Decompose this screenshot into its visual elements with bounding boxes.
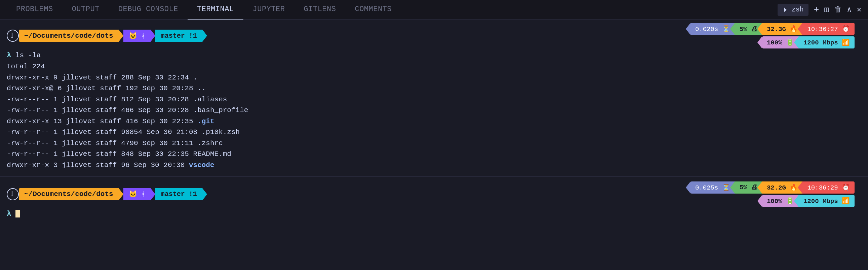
terminal-output-2: λ (0, 208, 868, 223)
prompt-row-2:  ~/Documents/code/dots 🐱 ᚼ master !1 0.… (0, 179, 868, 208)
prompt-input-line-2[interactable]: λ (7, 208, 861, 220)
apple-icon-1:  (7, 30, 19, 42)
git-cat-icon-2: 🐱 ᚼ (129, 190, 145, 198)
status-row-1-bottom: 100% 🔋 1200 Mbps 📶 (690, 36, 855, 49)
shell-label: zsh (792, 6, 804, 14)
status-row-2-top: 0.025s ⏳ 5% 🖨 32.2G 🔥 10:36:29 ⏰ (690, 182, 855, 194)
list-item: -rw-r--r-- 1 jllovet staff 848 Sep 30 22… (7, 149, 861, 160)
list-item: -rw-r--r-- 1 jllovet staff 812 Sep 30 20… (7, 94, 861, 105)
status-network-2: 1200 Mbps 📶 (799, 195, 855, 207)
path-label-2: ~/Documents/code/dots (24, 190, 113, 198)
tab-output[interactable]: OUTPUT (63, 0, 109, 20)
terminal-pane-1:  ~/Documents/code/dots 🐱 ᚼ master !1 0.… (0, 20, 868, 174)
list-item: drwxr-xr-x 13 jllovet staff 416 Sep 30 2… (7, 116, 861, 127)
shell-selector[interactable]: ⏵ zsh (778, 4, 808, 16)
delete-terminal-button[interactable]: 🗑 (834, 5, 842, 14)
list-item: -rw-r--r-- 1 jllovet staff 90854 Sep 30 … (7, 127, 861, 138)
status-rows-1: 0.020s ⏳ 5% 🖨 32.3G 🔥 10:36:27 ⏰ 100% 🔋 (690, 23, 855, 49)
branch-label-2: master !1 (161, 190, 197, 198)
prompt-git-1: 🐱 ᚼ (123, 30, 151, 42)
status-battery-2: 100% 🔋 (762, 195, 799, 207)
terminal-icon: ⏵ (782, 6, 789, 14)
git-cat-icon-1: 🐱 ᚼ (129, 32, 145, 40)
status-clock-2: 10:36:29 ⏰ (802, 182, 855, 194)
tab-terminal[interactable]: TERMINAL (188, 0, 243, 20)
terminal-area:  ~/Documents/code/dots 🐱 ᚼ master !1 0.… (0, 20, 868, 223)
prompt-git-2: 🐱 ᚼ (123, 188, 151, 200)
branch-label-1: master !1 (161, 32, 197, 40)
status-row-1-top: 0.020s ⏳ 5% 🖨 32.3G 🔥 10:36:27 ⏰ (690, 23, 855, 35)
chevron-up-icon[interactable]: ∧ (847, 5, 851, 14)
path-tilde-1: ~/Documents/code/dots (24, 32, 113, 40)
terminal-pane-2:  ~/Documents/code/dots 🐱 ᚼ master !1 0.… (0, 179, 868, 223)
tab-jupyter[interactable]: JUPYTER (243, 0, 294, 20)
status-mem-1: 32.3G 🔥 (762, 23, 802, 35)
status-clock-1: 10:36:27 ⏰ (802, 23, 855, 35)
prompt-left-1:  ~/Documents/code/dots 🐱 ᚼ master !1 (7, 30, 203, 42)
toolbar-right: ⏵ zsh + ◫ 🗑 ∧ ✕ (778, 4, 861, 16)
list-item: drwxr-xr-x@ 6 jllovet staff 192 Sep 30 2… (7, 83, 861, 94)
status-network-1: 1200 Mbps 📶 (799, 36, 855, 49)
split-terminal-button[interactable]: ◫ (824, 5, 829, 14)
tab-gitlens[interactable]: GITLENS (294, 0, 346, 20)
tab-bar: PROBLEMS OUTPUT DEBUG CONSOLE TERMINAL J… (0, 0, 868, 20)
status-battery-1: 100% 🔋 (762, 36, 799, 49)
prompt-branch-1: master !1 (155, 30, 203, 42)
prompt-left-2:  ~/Documents/code/dots 🐱 ᚼ master !1 (7, 188, 203, 200)
list-item: -rw-r--r-- 1 jllovet staff 466 Sep 30 20… (7, 105, 861, 116)
status-mem-2: 32.2G 🔥 (762, 182, 802, 194)
prompt-path-2: ~/Documents/code/dots (19, 188, 119, 200)
tab-debug-console[interactable]: DEBUG CONSOLE (109, 0, 188, 20)
status-rows-2: 0.025s ⏳ 5% 🖨 32.2G 🔥 10:36:29 ⏰ 100% 🔋 (690, 182, 855, 207)
list-item: drwxr-xr-x 3 jllovet staff 96 Sep 30 20:… (7, 160, 861, 171)
tab-list: PROBLEMS OUTPUT DEBUG CONSOLE TERMINAL J… (7, 0, 401, 20)
list-item: drwxr-xr-x 9 jllovet staff 288 Sep 30 22… (7, 72, 861, 83)
status-row-2-bottom: 100% 🔋 1200 Mbps 📶 (690, 195, 855, 207)
command-line-1: λ ls -la (7, 50, 861, 61)
status-time-ms-1: 0.020s ⏳ (690, 23, 735, 35)
terminal-output-1: λ ls -la total 224 drwxr-xr-x 9 jllovet … (0, 50, 868, 174)
pane-divider (0, 177, 868, 177)
cursor (16, 210, 20, 217)
prompt-path-1: ~/Documents/code/dots (19, 30, 119, 42)
prompt-branch-2: master !1 (155, 188, 203, 200)
tab-comments[interactable]: COMMENTS (345, 0, 401, 20)
close-icon[interactable]: ✕ (857, 5, 861, 14)
output-total: total 224 (7, 61, 861, 72)
apple-icon-2:  (7, 188, 19, 200)
tab-problems[interactable]: PROBLEMS (7, 0, 63, 20)
status-time-ms-2: 0.025s ⏳ (690, 182, 735, 194)
list-item: -rw-r--r-- 1 jllovet staff 4790 Sep 30 2… (7, 138, 861, 149)
prompt-row-1:  ~/Documents/code/dots 🐱 ᚼ master !1 0.… (0, 20, 868, 50)
new-terminal-button[interactable]: + (814, 5, 819, 15)
